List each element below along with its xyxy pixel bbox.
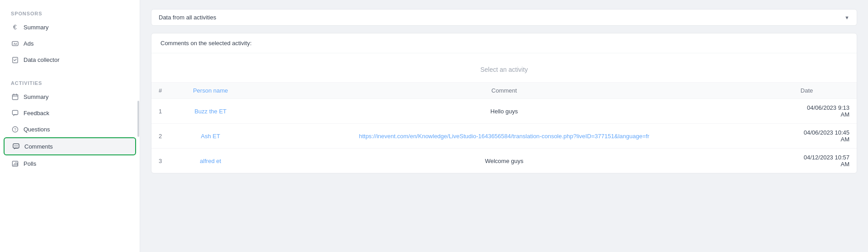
chat-icon — [12, 142, 20, 150]
cell-comment[interactable]: https://inevent.com/en/Knowledge/LiveStu… — [251, 124, 757, 149]
select-activity-placeholder: Select an activity — [151, 53, 857, 82]
cell-num: 1 — [151, 99, 170, 124]
sidebar-item-activities-summary[interactable]: Summary — [0, 89, 140, 105]
sidebar-item-data-collector[interactable]: Data collector — [0, 51, 140, 68]
svg-rect-4 — [12, 110, 18, 114]
filter-dropdown[interactable]: Data from all activities ▼ — [151, 9, 857, 26]
sponsors-section-title: SPONSORS — [0, 7, 140, 19]
cell-num: 3 — [151, 149, 170, 173]
col-header-hash: # — [151, 83, 170, 99]
svg-text:Ad: Ad — [13, 42, 17, 45]
question-icon: ? — [11, 125, 19, 133]
ads-icon: Ad — [11, 39, 19, 47]
table-row: 1Buzz the ETHello guys04/06/2023 9:13 AM — [151, 99, 857, 124]
sidebar: SPONSORS € Summary Ad Ads Data collector — [0, 0, 140, 252]
col-header-comment: Comment — [251, 83, 757, 99]
svg-point-10 — [17, 145, 18, 146]
cell-comment: Hello guys — [251, 99, 757, 124]
sidebar-item-comments[interactable]: Comments — [4, 137, 136, 155]
cell-person: alfred et — [170, 149, 251, 173]
sidebar-item-feedback[interactable]: Feedback — [0, 105, 140, 121]
svg-text:?: ? — [14, 127, 16, 132]
sidebar-item-questions[interactable]: ? Questions — [0, 121, 140, 137]
sidebar-item-ads[interactable]: Ad Ads — [0, 35, 140, 51]
scrollbar-track[interactable] — [137, 101, 139, 137]
svg-rect-3 — [12, 94, 18, 99]
sidebar-item-label: Ads — [24, 40, 33, 47]
sidebar-item-polls[interactable]: Polls — [0, 155, 140, 172]
sidebar-item-label: Data collector — [24, 56, 59, 63]
sidebar-item-label: Comments — [24, 143, 53, 150]
filter-dropdown-label: Data from all activities — [159, 14, 216, 21]
polls-icon — [11, 159, 19, 168]
cell-person: Buzz the ET — [170, 99, 251, 124]
cell-num: 2 — [151, 124, 170, 149]
clipboard-check-icon — [11, 56, 19, 64]
cell-date: 04/06/2023 9:13 AM — [757, 99, 857, 124]
svg-point-8 — [14, 145, 15, 146]
sidebar-item-label: Feedback — [24, 110, 49, 117]
cell-date: 04/12/2023 10:57 AM — [757, 149, 857, 173]
table-header-row: # Person name Comment Date — [151, 83, 857, 99]
sidebar-item-sponsors-summary[interactable]: € Summary — [0, 19, 140, 35]
main-content: Data from all activities ▼ Comments on t… — [140, 0, 868, 252]
cell-person: Ash ET — [170, 124, 251, 149]
sidebar-item-label: Polls — [24, 160, 36, 167]
sidebar-item-label: Questions — [24, 126, 50, 133]
activities-section-title: ACTIVITIES — [0, 77, 140, 89]
feedback-icon — [11, 109, 19, 117]
col-header-date: Date — [757, 83, 857, 99]
comments-panel-header: Comments on the selected activity: — [151, 33, 857, 53]
euro-icon: € — [11, 23, 19, 31]
cell-date: 04/06/2023 10:45 AM — [757, 124, 857, 149]
chevron-down-icon: ▼ — [844, 15, 849, 20]
comments-table: # Person name Comment Date 1Buzz the ETH… — [151, 82, 857, 173]
svg-point-9 — [15, 145, 16, 146]
table-row: 2Ash EThttps://inevent.com/en/Knowledge/… — [151, 124, 857, 149]
comments-panel: Comments on the selected activity: Selec… — [151, 33, 857, 173]
calendar-icon — [11, 93, 19, 101]
sidebar-item-label: Summary — [24, 93, 49, 100]
table-row: 3alfred etWelcome guys04/12/2023 10:57 A… — [151, 149, 857, 173]
sidebar-item-label: Summary — [24, 24, 49, 31]
col-header-person: Person name — [170, 83, 251, 99]
cell-comment: Welcome guys — [251, 149, 757, 173]
